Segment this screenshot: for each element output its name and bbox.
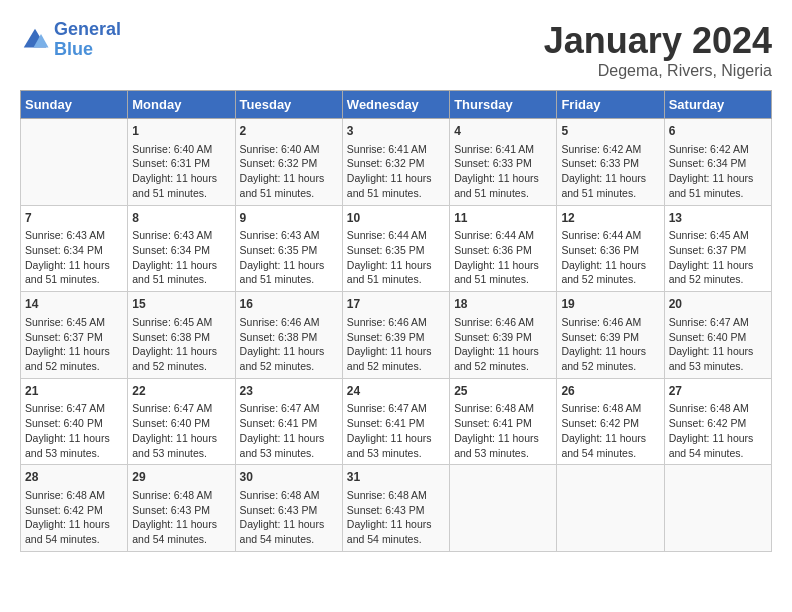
calendar-cell: 16Sunrise: 6:46 AMSunset: 6:38 PMDayligh… xyxy=(235,292,342,379)
day-info: Sunrise: 6:47 AMSunset: 6:41 PMDaylight:… xyxy=(347,401,445,460)
day-number: 21 xyxy=(25,383,123,400)
day-info: Sunrise: 6:44 AMSunset: 6:35 PMDaylight:… xyxy=(347,228,445,287)
weekday-header: Sunday xyxy=(21,91,128,119)
calendar-cell xyxy=(664,465,771,552)
weekday-header: Wednesday xyxy=(342,91,449,119)
day-number: 24 xyxy=(347,383,445,400)
page-title: January 2024 xyxy=(544,20,772,62)
calendar-cell: 9Sunrise: 6:43 AMSunset: 6:35 PMDaylight… xyxy=(235,205,342,292)
day-number: 23 xyxy=(240,383,338,400)
calendar-cell: 22Sunrise: 6:47 AMSunset: 6:40 PMDayligh… xyxy=(128,378,235,465)
day-number: 29 xyxy=(132,469,230,486)
day-number: 5 xyxy=(561,123,659,140)
calendar-cell: 29Sunrise: 6:48 AMSunset: 6:43 PMDayligh… xyxy=(128,465,235,552)
day-info: Sunrise: 6:44 AMSunset: 6:36 PMDaylight:… xyxy=(561,228,659,287)
day-info: Sunrise: 6:47 AMSunset: 6:41 PMDaylight:… xyxy=(240,401,338,460)
day-number: 17 xyxy=(347,296,445,313)
calendar-week-row: 28Sunrise: 6:48 AMSunset: 6:42 PMDayligh… xyxy=(21,465,772,552)
day-info: Sunrise: 6:45 AMSunset: 6:38 PMDaylight:… xyxy=(132,315,230,374)
header-row: SundayMondayTuesdayWednesdayThursdayFrid… xyxy=(21,91,772,119)
day-number: 11 xyxy=(454,210,552,227)
calendar-table: SundayMondayTuesdayWednesdayThursdayFrid… xyxy=(20,90,772,552)
day-info: Sunrise: 6:48 AMSunset: 6:42 PMDaylight:… xyxy=(561,401,659,460)
day-number: 30 xyxy=(240,469,338,486)
calendar-body: 1Sunrise: 6:40 AMSunset: 6:31 PMDaylight… xyxy=(21,119,772,552)
day-number: 27 xyxy=(669,383,767,400)
page-header: General Blue January 2024 Degema, Rivers… xyxy=(20,20,772,80)
day-info: Sunrise: 6:48 AMSunset: 6:42 PMDaylight:… xyxy=(25,488,123,547)
calendar-cell: 10Sunrise: 6:44 AMSunset: 6:35 PMDayligh… xyxy=(342,205,449,292)
calendar-week-row: 14Sunrise: 6:45 AMSunset: 6:37 PMDayligh… xyxy=(21,292,772,379)
day-number: 14 xyxy=(25,296,123,313)
calendar-cell: 12Sunrise: 6:44 AMSunset: 6:36 PMDayligh… xyxy=(557,205,664,292)
day-number: 20 xyxy=(669,296,767,313)
day-number: 9 xyxy=(240,210,338,227)
day-info: Sunrise: 6:46 AMSunset: 6:39 PMDaylight:… xyxy=(454,315,552,374)
calendar-cell: 13Sunrise: 6:45 AMSunset: 6:37 PMDayligh… xyxy=(664,205,771,292)
day-info: Sunrise: 6:46 AMSunset: 6:38 PMDaylight:… xyxy=(240,315,338,374)
calendar-cell: 5Sunrise: 6:42 AMSunset: 6:33 PMDaylight… xyxy=(557,119,664,206)
weekday-header: Thursday xyxy=(450,91,557,119)
day-info: Sunrise: 6:47 AMSunset: 6:40 PMDaylight:… xyxy=(669,315,767,374)
day-number: 26 xyxy=(561,383,659,400)
calendar-cell: 11Sunrise: 6:44 AMSunset: 6:36 PMDayligh… xyxy=(450,205,557,292)
calendar-cell xyxy=(450,465,557,552)
day-number: 16 xyxy=(240,296,338,313)
day-number: 13 xyxy=(669,210,767,227)
day-number: 8 xyxy=(132,210,230,227)
logo: General Blue xyxy=(20,20,121,60)
day-info: Sunrise: 6:46 AMSunset: 6:39 PMDaylight:… xyxy=(561,315,659,374)
day-number: 22 xyxy=(132,383,230,400)
day-info: Sunrise: 6:47 AMSunset: 6:40 PMDaylight:… xyxy=(132,401,230,460)
calendar-cell: 15Sunrise: 6:45 AMSunset: 6:38 PMDayligh… xyxy=(128,292,235,379)
day-number: 3 xyxy=(347,123,445,140)
calendar-cell: 17Sunrise: 6:46 AMSunset: 6:39 PMDayligh… xyxy=(342,292,449,379)
day-number: 28 xyxy=(25,469,123,486)
weekday-header: Friday xyxy=(557,91,664,119)
day-number: 1 xyxy=(132,123,230,140)
day-info: Sunrise: 6:48 AMSunset: 6:41 PMDaylight:… xyxy=(454,401,552,460)
calendar-cell: 19Sunrise: 6:46 AMSunset: 6:39 PMDayligh… xyxy=(557,292,664,379)
day-number: 4 xyxy=(454,123,552,140)
day-info: Sunrise: 6:48 AMSunset: 6:43 PMDaylight:… xyxy=(347,488,445,547)
calendar-cell: 18Sunrise: 6:46 AMSunset: 6:39 PMDayligh… xyxy=(450,292,557,379)
day-info: Sunrise: 6:45 AMSunset: 6:37 PMDaylight:… xyxy=(25,315,123,374)
calendar-cell: 27Sunrise: 6:48 AMSunset: 6:42 PMDayligh… xyxy=(664,378,771,465)
page-subtitle: Degema, Rivers, Nigeria xyxy=(544,62,772,80)
day-number: 12 xyxy=(561,210,659,227)
calendar-cell: 1Sunrise: 6:40 AMSunset: 6:31 PMDaylight… xyxy=(128,119,235,206)
logo-icon xyxy=(20,25,50,55)
calendar-cell: 24Sunrise: 6:47 AMSunset: 6:41 PMDayligh… xyxy=(342,378,449,465)
title-block: January 2024 Degema, Rivers, Nigeria xyxy=(544,20,772,80)
day-number: 31 xyxy=(347,469,445,486)
day-number: 2 xyxy=(240,123,338,140)
calendar-cell: 8Sunrise: 6:43 AMSunset: 6:34 PMDaylight… xyxy=(128,205,235,292)
calendar-cell: 31Sunrise: 6:48 AMSunset: 6:43 PMDayligh… xyxy=(342,465,449,552)
calendar-cell: 30Sunrise: 6:48 AMSunset: 6:43 PMDayligh… xyxy=(235,465,342,552)
calendar-header: SundayMondayTuesdayWednesdayThursdayFrid… xyxy=(21,91,772,119)
day-info: Sunrise: 6:41 AMSunset: 6:33 PMDaylight:… xyxy=(454,142,552,201)
day-info: Sunrise: 6:43 AMSunset: 6:34 PMDaylight:… xyxy=(132,228,230,287)
calendar-cell: 7Sunrise: 6:43 AMSunset: 6:34 PMDaylight… xyxy=(21,205,128,292)
calendar-cell xyxy=(21,119,128,206)
day-info: Sunrise: 6:40 AMSunset: 6:31 PMDaylight:… xyxy=(132,142,230,201)
day-info: Sunrise: 6:40 AMSunset: 6:32 PMDaylight:… xyxy=(240,142,338,201)
day-number: 15 xyxy=(132,296,230,313)
calendar-cell: 3Sunrise: 6:41 AMSunset: 6:32 PMDaylight… xyxy=(342,119,449,206)
day-info: Sunrise: 6:43 AMSunset: 6:35 PMDaylight:… xyxy=(240,228,338,287)
calendar-cell: 23Sunrise: 6:47 AMSunset: 6:41 PMDayligh… xyxy=(235,378,342,465)
day-info: Sunrise: 6:47 AMSunset: 6:40 PMDaylight:… xyxy=(25,401,123,460)
calendar-week-row: 1Sunrise: 6:40 AMSunset: 6:31 PMDaylight… xyxy=(21,119,772,206)
calendar-cell: 26Sunrise: 6:48 AMSunset: 6:42 PMDayligh… xyxy=(557,378,664,465)
calendar-cell: 6Sunrise: 6:42 AMSunset: 6:34 PMDaylight… xyxy=(664,119,771,206)
weekday-header: Monday xyxy=(128,91,235,119)
calendar-cell: 28Sunrise: 6:48 AMSunset: 6:42 PMDayligh… xyxy=(21,465,128,552)
day-info: Sunrise: 6:42 AMSunset: 6:33 PMDaylight:… xyxy=(561,142,659,201)
day-info: Sunrise: 6:48 AMSunset: 6:43 PMDaylight:… xyxy=(132,488,230,547)
calendar-cell: 21Sunrise: 6:47 AMSunset: 6:40 PMDayligh… xyxy=(21,378,128,465)
weekday-header: Saturday xyxy=(664,91,771,119)
day-info: Sunrise: 6:48 AMSunset: 6:42 PMDaylight:… xyxy=(669,401,767,460)
calendar-cell: 25Sunrise: 6:48 AMSunset: 6:41 PMDayligh… xyxy=(450,378,557,465)
day-info: Sunrise: 6:44 AMSunset: 6:36 PMDaylight:… xyxy=(454,228,552,287)
day-number: 19 xyxy=(561,296,659,313)
